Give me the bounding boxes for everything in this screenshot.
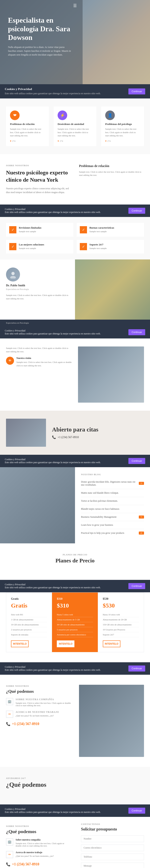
cookie-title-3: Cookies y Privacidad <box>5 329 128 332</box>
cookie-banner-2: Cookies y Privacidad Este sitio web util… <box>0 205 150 217</box>
check-grid: ✓ Revisiones limitadas Sample text sampl… <box>6 223 144 253</box>
cookie-text-content-3: Este sitio web utiliza cookies para gara… <box>5 332 128 335</box>
cookie-text-content-5: Este sitio web utiliza cookies para gara… <box>5 586 128 589</box>
company-item-text-1: Sample text. Click to select the text bo… <box>15 702 71 707</box>
contact-phone[interactable]: 📞 +1 (234) 567-8910 <box>6 862 69 867</box>
card-text-2: Sample text. Click to select the text bo… <box>58 127 92 137</box>
appointment-image <box>6 418 46 447</box>
about-label: SOBRE NOSOTROS <box>6 164 71 166</box>
email-input[interactable] <box>81 844 144 851</box>
plan-530-f1: Hasta 10 sitios web <box>103 612 139 617</box>
cookie-button-7[interactable]: Continuar <box>128 808 145 814</box>
card-title-3: Problemas del psicólogo <box>105 123 140 126</box>
cookie-button-3[interactable]: Continuar <box>128 329 145 335</box>
check-title-3: Las mejores soluciones <box>19 243 44 246</box>
contact-label: Contáctenos <box>81 823 144 825</box>
card-text-1: Sample text. Click to select the text bo… <box>10 127 45 137</box>
contact-right: Contáctenos Solicitar presupuesto Enviar <box>75 817 150 868</box>
cookie-text-content-7: Este sitio web utiliza cookies para gara… <box>5 811 128 814</box>
cookie-text-4: Cookies y Privacidad Este sitio web util… <box>5 458 128 464</box>
plans-label: PLANES DE PRECIO <box>6 553 144 556</box>
blog-item-3[interactable]: Tortor at facilisis pulvinar elementum. <box>81 497 144 505</box>
contact-company-icon-2: ✏ <box>6 851 13 858</box>
plan-310-f5: Asistencia por correo electrónico <box>57 632 93 637</box>
company-label: SOBRE NOSOTROS <box>6 685 71 687</box>
contact-company-item-2: ✏ Acerca de nuestro trabajo ¿Qué nos pas… <box>6 851 69 858</box>
plan-530-f3: 150 GB sitio de almacenamiento <box>103 622 139 627</box>
blog-content: NUESTRO BLOG Donec gravida tincidunt fel… <box>75 467 150 544</box>
menu-icon[interactable]: ☰ <box>73 3 77 8</box>
vision-title: Nuestra visión <box>16 357 72 360</box>
blog-tag-5: 71 <box>139 516 144 519</box>
card-likes-1: ♥ 274 <box>10 140 45 142</box>
message-textarea[interactable] <box>81 863 144 868</box>
cookie-button-6[interactable]: Continuar <box>128 665 145 672</box>
phone-icon: 📞 <box>52 435 56 439</box>
check-icon-3: ✓ <box>9 243 16 250</box>
vision-text: Nuestra visión Sample text. Click to sel… <box>16 357 72 371</box>
contact-phone-icon: 📞 <box>6 862 10 867</box>
cookie-text-1: Cookies y Privacidad Este sitio web util… <box>5 87 128 95</box>
card-icon-1: ❤ <box>10 111 20 120</box>
vision-intro: Sample text. Click to select the text bo… <box>6 346 72 353</box>
contact-company-item-t1: Sobre nuestra compañía <box>15 838 69 841</box>
plan-530-price: $530 <box>103 602 139 609</box>
vision-item: 👁 Nuestra visión Sample text. Click to s… <box>6 357 72 371</box>
vision-icon: 👁 <box>6 357 14 365</box>
blog-item-7[interactable]: Practical tips to help you grow your pro… <box>81 529 144 537</box>
profile-role: Especialista en Psicología <box>6 288 69 290</box>
help-label: Ayudamos 24/7 <box>6 777 144 779</box>
plan-free-f5: Soporte de entradas <box>11 632 47 637</box>
plan-310-f2: Almacenamiento de 5 GB <box>57 617 93 622</box>
cookie-button-4[interactable]: Continuar <box>128 458 145 464</box>
profile-avatar <box>6 268 20 281</box>
check-icon-1: ✓ <box>9 226 16 234</box>
check-icon-2: ✓ <box>80 226 87 234</box>
cookie-button-1[interactable]: Continuar <box>128 88 145 94</box>
cookie-text-6: Cookies y Privacidad Este sitio web util… <box>5 665 128 672</box>
blog-item-4[interactable]: Blandit turpis cursus est fusce habitass… <box>81 505 144 513</box>
company-item-title-1: Sobre nuestra compañía <box>15 698 71 701</box>
plan-530-f4: 10 Usuarios por Proyecto <box>103 627 139 632</box>
plan-530-btn[interactable]: INTENTELO <box>103 641 120 647</box>
card-title-2: Desórdenes de ansiedad <box>58 123 92 126</box>
card-icon-3: 👤 <box>105 111 115 120</box>
blog-item-5[interactable]: Business Sustainability Management 71 <box>81 513 144 521</box>
company-phone[interactable]: 📞 +1 (234) 567-8910 <box>6 722 71 726</box>
blog-tag-7: 41 <box>139 531 144 534</box>
check-title-4: Soporte 24/7 <box>89 243 107 246</box>
blog-item-6[interactable]: Learn how to grow your business <box>81 521 144 529</box>
card-likes-2: ♥ 274 <box>58 140 92 142</box>
form-name-field <box>81 836 144 842</box>
cookie-banner-7: Cookies y Privacidad Este sitio web util… <box>0 804 150 817</box>
cookie-banner-6: Cookies y Privacidad Este sitio web util… <box>0 662 150 675</box>
appointment-content: Abierto para citas 📞 +1 (234) 567-8910 <box>52 426 99 439</box>
cookie-button-5[interactable]: Continuar <box>128 583 145 589</box>
hero-content: Especialista en psicología Dra. Sara Dow… <box>8 16 72 57</box>
card-title-1: Problemas de relación <box>10 123 45 126</box>
check-text-3: Sample text sample <box>19 247 44 249</box>
appointment-section: Abierto para citas 📞 +1 (234) 567-8910 <box>0 411 150 455</box>
company-item-title-2: Acerca de nuestro trabajo <box>15 711 59 714</box>
plan-310-btn[interactable]: INTENTELO <box>57 641 74 647</box>
plan-310: $310 $310 Hasta 5 sitios web Almacenamie… <box>52 592 98 652</box>
card-likes-3: ♥ 274 <box>105 140 140 142</box>
form-email-field <box>81 844 144 851</box>
heart-icon-3: ♥ <box>105 140 107 142</box>
cookie-button-2[interactable]: Continuar <box>128 208 145 214</box>
contact-company-icon-1: 🏢 <box>6 838 13 845</box>
help-section: Ayudamos 24/7 ¿Qué podemos <box>0 767 150 804</box>
blog-item-2[interactable]: Mattis nunc sed blandit libero volutpat. <box>81 489 144 497</box>
cookie-title-5: Cookies y Privacidad <box>5 583 128 586</box>
check-item-2: ✓ Buenas características Sample text sam… <box>77 223 144 237</box>
plan-free-name: Gratis <box>11 597 47 600</box>
check-title-1: Revisiones limitadas <box>19 226 41 229</box>
company-image <box>79 685 144 757</box>
blog-item-1[interactable]: Donec gravida tincidunt felis. Dignissim… <box>81 478 144 489</box>
phone-input[interactable] <box>81 854 144 860</box>
plan-530: $530 $530 Hasta 10 sitios web Almacenami… <box>98 592 144 652</box>
name-input[interactable] <box>81 836 144 842</box>
plan-free-btn[interactable]: INTENTELO <box>11 641 29 647</box>
check-item-3: ✓ Las mejores soluciones Sample text sam… <box>6 240 73 253</box>
company-icon-1: 🏢 <box>6 698 13 705</box>
